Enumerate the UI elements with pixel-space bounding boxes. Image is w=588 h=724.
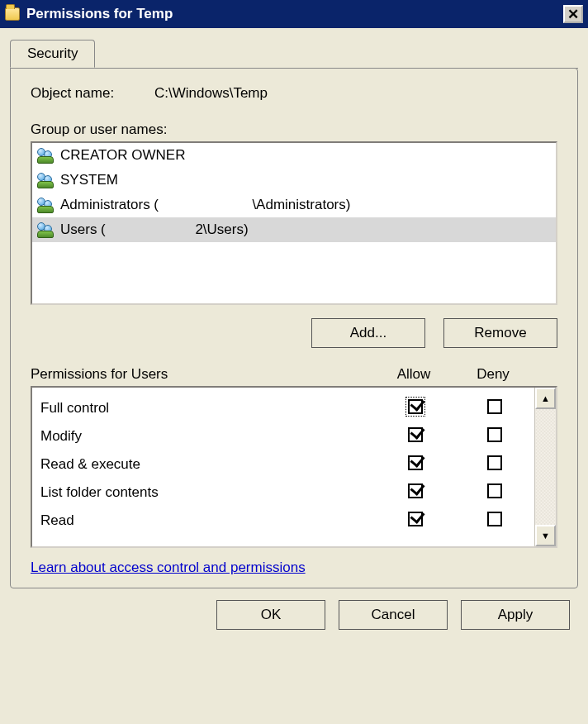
scroll-track[interactable]	[535, 409, 556, 525]
principal-name: CREATOR OWNER	[60, 147, 185, 164]
deny-column-header: Deny	[453, 366, 533, 383]
allow-checkbox[interactable]	[408, 483, 423, 498]
users-group-icon	[37, 147, 55, 164]
dialog-footer: OK Cancel Apply	[0, 588, 588, 641]
permission-row: Read	[40, 507, 534, 535]
allow-column-header: Allow	[374, 366, 453, 383]
users-group-icon	[37, 221, 55, 238]
permission-name: Full control	[40, 400, 376, 417]
object-name-label: Object name:	[31, 85, 154, 102]
permission-row: Full control	[40, 394, 534, 422]
close-button[interactable]: ✕	[563, 5, 583, 23]
permission-name: List folder contents	[40, 484, 376, 501]
principal-name: Users ( 2\Users)	[60, 221, 249, 238]
deny-checkbox[interactable]	[487, 455, 502, 470]
allow-checkbox[interactable]	[408, 427, 423, 442]
annotation-overlay	[0, 641, 588, 724]
deny-checkbox[interactable]	[487, 427, 502, 442]
remove-button[interactable]: Remove	[443, 318, 557, 348]
permission-name: Modify	[40, 428, 376, 445]
principal-list-item[interactable]: SYSTEM	[32, 168, 556, 193]
tab-strip: Security	[10, 40, 578, 69]
principal-name: Administrators ( \Administrators)	[60, 197, 350, 213]
permission-row: Modify	[40, 422, 534, 450]
window-title: Permissions for Temp	[26, 6, 173, 22]
permission-row: Read & execute	[40, 450, 534, 479]
cancel-button[interactable]: Cancel	[339, 600, 448, 630]
permissions-list: Full controlModifyRead & executeList fol…	[31, 386, 557, 548]
permission-name: Read & execute	[40, 456, 376, 473]
permission-name: Read	[40, 512, 376, 529]
ok-button[interactable]: OK	[216, 600, 325, 630]
add-button[interactable]: Add...	[311, 318, 425, 348]
deny-checkbox[interactable]	[487, 483, 502, 498]
learn-permissions-link[interactable]: Learn about access control and permissio…	[31, 560, 306, 575]
group-user-names-list[interactable]: CREATOR OWNERSYSTEMAdministrators ( \Adm…	[31, 141, 557, 305]
allow-checkbox[interactable]	[408, 455, 423, 470]
title-bar: Permissions for Temp ✕	[0, 0, 588, 28]
scroll-up-button[interactable]: ▲	[535, 388, 556, 409]
allow-checkbox[interactable]	[408, 512, 423, 526]
users-group-icon	[37, 197, 55, 213]
apply-button[interactable]: Apply	[461, 600, 570, 630]
permissions-scrollbar[interactable]: ▲ ▼	[534, 388, 556, 546]
allow-checkbox[interactable]	[408, 399, 423, 414]
principal-list-item[interactable]: CREATOR OWNER	[32, 143, 556, 168]
principal-name: SYSTEM	[60, 172, 118, 188]
deny-checkbox[interactable]	[487, 512, 502, 526]
users-group-icon	[37, 172, 55, 188]
permissions-for-label: Permissions for Users	[31, 366, 374, 383]
security-panel: Object name: C:\Windows\Temp Group or us…	[10, 68, 578, 588]
folder-icon	[5, 7, 20, 21]
object-name-value: C:\Windows\Temp	[154, 85, 268, 102]
scroll-down-button[interactable]: ▼	[535, 525, 556, 546]
deny-checkbox[interactable]	[487, 399, 502, 414]
permission-row: List folder contents	[40, 479, 534, 507]
tab-security[interactable]: Security	[10, 40, 95, 68]
group-user-names-label: Group or user names:	[31, 121, 557, 138]
principal-list-item[interactable]: Users ( 2\Users)	[32, 217, 556, 242]
principal-list-item[interactable]: Administrators ( \Administrators)	[32, 193, 556, 217]
